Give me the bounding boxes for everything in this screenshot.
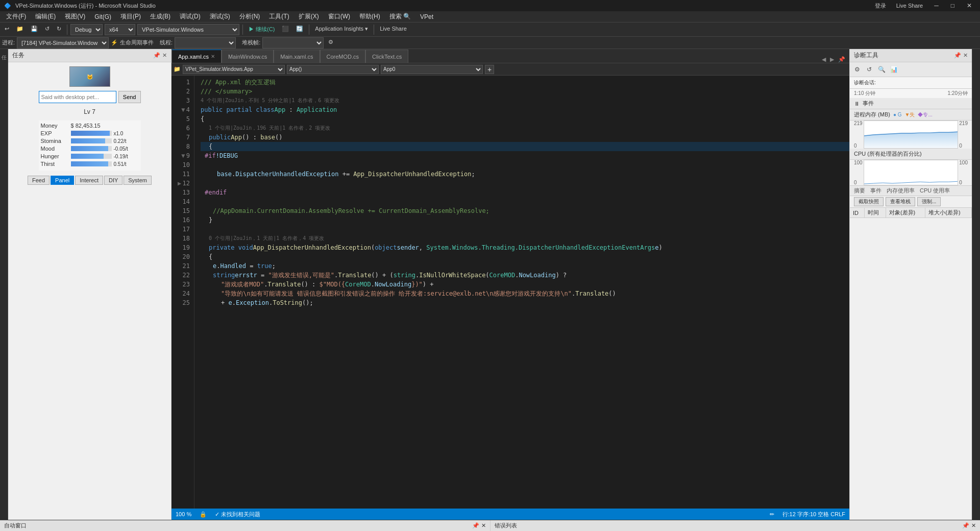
diag-pin-btn[interactable]: 📌 bbox=[954, 52, 961, 59]
diag-tab-cpu[interactable]: CPU 使用率 bbox=[918, 187, 952, 195]
pet-image: 🐱 bbox=[69, 66, 110, 87]
diag-pause-btn[interactable]: ⏸ bbox=[854, 101, 860, 107]
toolbar-icon2[interactable]: 📁 bbox=[14, 24, 26, 35]
diag-snapshot-table-container[interactable]: ID 时间 对象(差异) 堆大小(差异) bbox=[850, 208, 972, 520]
thread-dropdown[interactable] bbox=[175, 37, 236, 49]
menu-extend[interactable]: 扩展(X) bbox=[295, 11, 323, 22]
diag-zoom-icon[interactable]: 🔍 bbox=[876, 64, 887, 75]
diag-settings-icon[interactable]: ⚙ bbox=[852, 64, 862, 75]
line-num-9: ▼9 bbox=[172, 151, 190, 160]
tab-main-xaml-cs[interactable]: Main.xaml.cs bbox=[274, 50, 320, 63]
code-line-25: + e.Exception.ToString(); bbox=[201, 298, 849, 307]
line-num-5: 5 bbox=[172, 114, 190, 124]
menu-git[interactable]: Git(G) bbox=[90, 12, 115, 21]
title-bar-controls[interactable]: 登录 Live Share ─ □ ✕ bbox=[872, 2, 976, 10]
task-pin-btn[interactable]: 📌 bbox=[153, 52, 160, 59]
close-btn[interactable]: ✕ bbox=[963, 2, 976, 9]
tab-scroll-left[interactable]: ◀ bbox=[820, 56, 828, 63]
tab-mainwindow-cs[interactable]: MainWindow.cs bbox=[222, 50, 274, 63]
tab-label-clicktext: ClickText.cs bbox=[372, 54, 402, 60]
tab-clicktext-cs[interactable]: ClickText.cs bbox=[365, 50, 408, 63]
add-member-btn[interactable]: + bbox=[485, 65, 494, 74]
auto-close-btn[interactable]: ✕ bbox=[481, 522, 486, 529]
nav-feed[interactable]: Feed bbox=[28, 176, 50, 185]
live-share-btn[interactable]: Live Share bbox=[893, 3, 926, 9]
nav-diy[interactable]: DIY bbox=[104, 176, 122, 185]
view-heap-btn[interactable]: 查看堆栈 bbox=[886, 197, 915, 206]
solution-explorer-icon[interactable]: 📁 bbox=[174, 66, 181, 73]
stat-exp-value: x1.0 bbox=[114, 131, 134, 136]
title-bar: 🔷 VPet-Simulator.Windows (运行) - Microsof… bbox=[0, 0, 980, 11]
app-insights-btn[interactable]: Application Insights ▾ bbox=[312, 24, 371, 35]
status-position: 行:12 字序:10 空格 CRLF bbox=[782, 511, 845, 518]
menu-tools[interactable]: 工具(T) bbox=[265, 11, 293, 22]
toolbar-icon5[interactable]: ↻ bbox=[54, 24, 64, 35]
tab-close-app[interactable]: ✕ bbox=[211, 54, 215, 59]
chat-input-field[interactable] bbox=[39, 91, 116, 103]
diag-close-btn[interactable]: ✕ bbox=[963, 52, 968, 59]
cpu-min-right: 0 bbox=[959, 180, 968, 185]
toolbar-icon4[interactable]: ↺ bbox=[42, 24, 52, 35]
diag-chart-icon[interactable]: 📊 bbox=[889, 64, 899, 75]
menu-help[interactable]: 帮助(H) bbox=[355, 11, 384, 22]
diag-tab-summary[interactable]: 摘要 bbox=[852, 187, 867, 195]
menu-project[interactable]: 项目(P) bbox=[116, 11, 145, 22]
maximize-btn[interactable]: □ bbox=[947, 2, 959, 9]
left-vtab-tasks[interactable]: 任 bbox=[1, 49, 8, 53]
config-dropdown[interactable]: Debug bbox=[70, 24, 103, 35]
member-dropdown[interactable]: App() bbox=[287, 65, 379, 74]
minimize-btn[interactable]: ─ bbox=[930, 2, 943, 9]
menu-file[interactable]: 文件(F) bbox=[2, 11, 30, 22]
menu-build[interactable]: 生成(B) bbox=[146, 11, 175, 22]
snapshot-btn[interactable]: 截取快照 bbox=[854, 197, 884, 206]
nav-system[interactable]: System bbox=[124, 176, 152, 185]
menu-debug[interactable]: 调试(D) bbox=[176, 11, 205, 22]
menu-edit[interactable]: 编辑(E) bbox=[31, 11, 60, 22]
error-close-btn[interactable]: ✕ bbox=[971, 522, 976, 529]
nav-interect[interactable]: Interect bbox=[75, 176, 103, 185]
diag-tab-events[interactable]: 事件 bbox=[868, 187, 884, 195]
toolbar-icon1[interactable]: ↩ bbox=[2, 24, 12, 35]
menu-analyze[interactable]: 分析(N) bbox=[235, 11, 264, 22]
tab-coremod-cs[interactable]: CoreMOD.cs bbox=[320, 50, 366, 63]
menu-view[interactable]: 视图(V) bbox=[61, 11, 89, 22]
target-dropdown[interactable]: VPet-Simulator.Windows bbox=[137, 24, 239, 35]
stat-exp: EXP x1.0 bbox=[41, 130, 139, 136]
live-share-toolbar-btn[interactable]: Live Share bbox=[377, 24, 409, 35]
code-editor[interactable]: 1 2 3 ▼4 5 6 7 8 ▼9 10 11 ▶12 13 14 15 1… bbox=[172, 76, 849, 509]
lifecycle-label[interactable]: 生命周期事件 bbox=[120, 39, 154, 46]
pet-chat-input[interactable]: Send bbox=[39, 91, 141, 103]
code-line-17 bbox=[201, 225, 849, 234]
menu-window[interactable]: 窗口(W) bbox=[324, 11, 354, 22]
diag-tab-memory[interactable]: 内存使用率 bbox=[885, 187, 917, 195]
tab-app-xaml-cs[interactable]: App.xaml.cs ✕ bbox=[172, 50, 222, 63]
menu-test[interactable]: 测试(S) bbox=[206, 11, 234, 22]
login-btn[interactable]: 登录 bbox=[872, 2, 889, 10]
stop-btn[interactable]: ⬛ bbox=[279, 24, 291, 35]
menu-vpet[interactable]: VPet bbox=[416, 12, 437, 21]
stack-dropdown[interactable] bbox=[262, 37, 324, 49]
force-btn[interactable]: 强制... bbox=[917, 197, 941, 206]
continue-btn[interactable]: ▶ 继续(C) bbox=[246, 24, 277, 35]
platform-dropdown[interactable]: x64 bbox=[105, 24, 135, 35]
menu-search[interactable]: 搜索 🔍 bbox=[385, 11, 415, 22]
code-content[interactable]: /// App.xml 的交互逻辑 /// </summary> 4 个引用|Z… bbox=[194, 76, 849, 509]
stat-thirst: Thirst 0.51/t bbox=[41, 161, 139, 167]
task-close-icon[interactable]: ✕ bbox=[162, 52, 167, 59]
restart-btn[interactable]: 🔄 bbox=[293, 24, 306, 35]
auto-pin-btn[interactable]: 📌 bbox=[472, 522, 479, 529]
nav-panel[interactable]: Panel bbox=[51, 176, 74, 185]
toolbar2-icon[interactable]: ⚙ bbox=[326, 37, 336, 49]
tab-pin-btn[interactable]: 📌 bbox=[836, 56, 847, 63]
namespace-dropdown[interactable]: VPet_Simulator.Windows.App bbox=[183, 65, 285, 74]
send-button[interactable]: Send bbox=[118, 91, 141, 103]
memory-chart-container: 219 0 bbox=[854, 120, 968, 149]
diag-g-series: ● G bbox=[893, 112, 902, 117]
toolbar-icon3[interactable]: 💾 bbox=[28, 24, 40, 35]
error-panel-header: 错误列表 📌 ✕ bbox=[491, 520, 981, 531]
diag-refresh-icon[interactable]: ↺ bbox=[864, 64, 874, 75]
tab-scroll-right[interactable]: ▶ bbox=[828, 56, 836, 63]
scope-dropdown[interactable]: App0 bbox=[381, 65, 483, 74]
error-pin-btn[interactable]: 📌 bbox=[962, 522, 969, 529]
process-dropdown[interactable]: [7184] VPet-Simulator.Windows bbox=[17, 37, 109, 49]
